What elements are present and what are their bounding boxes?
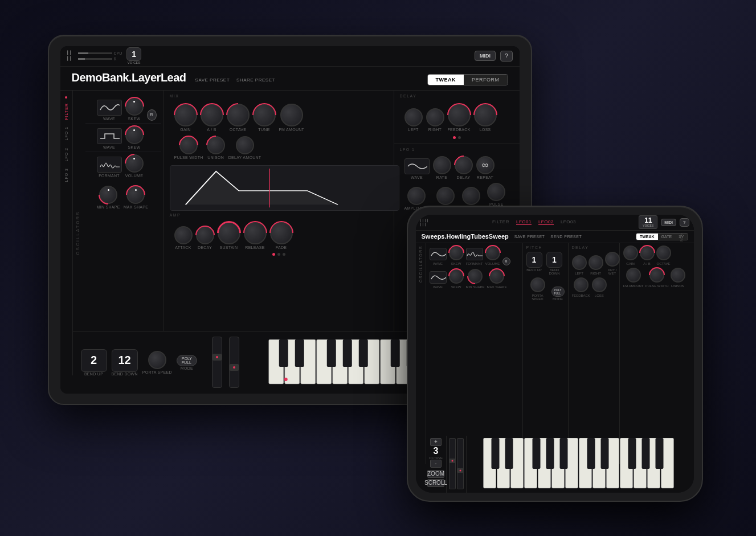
lfo1-delay-knob[interactable] xyxy=(455,156,473,174)
delay-left-ring xyxy=(399,103,427,130)
poly-full-btn[interactable]: POLYFULL xyxy=(177,355,197,366)
phone-mix-ab-knob[interactable] xyxy=(640,246,655,260)
release-knob[interactable] xyxy=(244,222,267,244)
phone-skew-knob-1[interactable] xyxy=(449,246,464,260)
phone-filter-tab[interactable]: FILTER xyxy=(492,219,509,225)
phone-skew-knob-2[interactable] xyxy=(449,269,464,284)
ab-knob[interactable] xyxy=(201,104,223,126)
delay-feedback-knob[interactable] xyxy=(448,104,471,126)
phone-max-shape-knob[interactable] xyxy=(489,269,504,284)
phone-mix-gain-knob[interactable] xyxy=(623,246,638,260)
phone-mix-unison-knob[interactable] xyxy=(671,268,685,283)
voices-btn[interactable]: 1 xyxy=(126,47,141,61)
sidebar-lfo3[interactable]: LFO 3 xyxy=(63,165,70,185)
sidebar-lfo1[interactable]: LFO 1 xyxy=(63,123,70,144)
phone-wave-display-1[interactable] xyxy=(430,248,447,260)
phone-mix-pw-knob[interactable] xyxy=(649,268,664,283)
skew-knob-1[interactable] xyxy=(125,97,144,116)
phone-delay-left-knob[interactable] xyxy=(572,255,587,270)
skew-label-2: SKEW xyxy=(128,145,141,149)
phone-mix-octave-knob[interactable] xyxy=(656,246,671,260)
phone-gate-btn[interactable]: GATE xyxy=(658,234,676,240)
midi-button[interactable]: MIDI xyxy=(475,51,496,61)
fade-knob[interactable] xyxy=(270,222,293,244)
delay-amount-knob[interactable] xyxy=(236,136,254,154)
wave-display-2[interactable] xyxy=(97,128,122,144)
phone-fader-1[interactable] xyxy=(449,438,456,489)
ab-label: A / B xyxy=(207,128,216,132)
phone-loss-knob[interactable] xyxy=(592,277,607,292)
sidebar-filter[interactable]: FILTER xyxy=(63,100,70,124)
phone-dry-wet-knob[interactable] xyxy=(605,252,620,267)
delay-feedback-group: FEEDBACK xyxy=(448,104,471,132)
r-button-1[interactable]: R xyxy=(147,109,157,121)
help-button[interactable]: ? xyxy=(500,51,513,62)
phone-wave-display-2[interactable] xyxy=(430,271,447,284)
phone-delay-left-ring xyxy=(568,251,591,274)
phone-bend-up[interactable]: 1 xyxy=(526,252,542,268)
lfo1-rate-knob[interactable] xyxy=(433,156,451,174)
phone-delay-right-knob[interactable] xyxy=(589,255,603,270)
phone-fader-2[interactable] xyxy=(457,438,464,489)
lfo1-shaper-knob[interactable] xyxy=(462,187,480,205)
delay-right-knob[interactable] xyxy=(426,108,444,126)
formant-display[interactable] xyxy=(97,157,122,173)
lfo1-amplitude-knob[interactable] xyxy=(407,187,426,205)
bend-up-value[interactable]: 2 xyxy=(81,349,107,372)
delay-left-knob[interactable] xyxy=(404,108,423,126)
phone-tweak-btn[interactable]: TWEAK xyxy=(636,234,658,240)
zoom-btn[interactable]: ZOOM xyxy=(427,470,444,478)
share-preset-button[interactable]: SHARE PRESET xyxy=(236,77,275,83)
wave-display-1[interactable] xyxy=(97,100,122,116)
save-preset-button[interactable]: SAVE PRESET xyxy=(195,77,230,83)
gain-knob[interactable] xyxy=(174,104,197,126)
phone-delay-right-label: RIGHT xyxy=(590,272,601,275)
phone-lfo01-tab[interactable]: LFO01 xyxy=(516,219,532,225)
lfo1-pulse-width-knob[interactable] xyxy=(487,183,505,201)
lfo1-frequency-knob[interactable] xyxy=(436,187,455,205)
phone-save-preset[interactable]: SAVE PRESET xyxy=(514,235,545,239)
pitch-fader-1[interactable] xyxy=(212,337,222,388)
perform-button[interactable]: PERFORM xyxy=(464,75,508,85)
phone-lfo02-tab[interactable]: LFO02 xyxy=(538,219,554,225)
pitch-fader-2[interactable] xyxy=(229,337,239,388)
lfo1-repeat-knob[interactable]: ∞ xyxy=(476,156,495,174)
skew-knob-2[interactable] xyxy=(125,126,144,144)
phone-delay-left-label: LEFT xyxy=(575,272,583,275)
lfo1-delay-ring xyxy=(449,151,477,178)
scroll-btn[interactable]: SCROLL xyxy=(427,479,444,487)
sidebar-lfo2[interactable]: LFO 2 xyxy=(63,144,70,165)
sustain-knob[interactable] xyxy=(218,222,240,244)
delay-loss-knob[interactable] xyxy=(474,104,497,126)
phone-porta-knob[interactable] xyxy=(530,277,545,292)
max-shape-knob[interactable] xyxy=(126,186,145,204)
volume-knob[interactable] xyxy=(125,154,144,173)
octave-minus-btn[interactable]: - xyxy=(430,460,442,468)
porta-speed-knob[interactable] xyxy=(148,351,166,369)
phone-min-shape-knob[interactable] xyxy=(468,269,483,284)
phone-poly-full-btn[interactable]: POLYFULL xyxy=(551,287,565,297)
phone-help-button[interactable]: ? xyxy=(680,218,689,227)
phone-feedback-knob[interactable] xyxy=(574,277,589,292)
tweak-button[interactable]: TWEAK xyxy=(428,75,464,85)
unison-knob[interactable] xyxy=(207,136,225,154)
fm-amount-knob[interactable] xyxy=(280,104,303,126)
phone-mix-octave-group: OCTAVE xyxy=(656,246,671,265)
phone-mix-fm-knob[interactable] xyxy=(626,268,641,283)
min-shape-knob[interactable] xyxy=(99,186,117,204)
lfo1-wave-display[interactable] xyxy=(404,158,430,174)
octave-knob[interactable] xyxy=(227,104,250,126)
phone-send-preset[interactable]: SEND PRESET xyxy=(550,235,582,239)
phone-volume-knob[interactable] xyxy=(485,246,500,260)
decay-knob[interactable] xyxy=(196,226,214,244)
phone-bend-down[interactable]: 1 xyxy=(546,252,562,268)
phone-midi-button[interactable]: MIDI xyxy=(661,219,676,226)
phone-r-btn[interactable]: R xyxy=(502,257,510,265)
attack-knob[interactable] xyxy=(174,226,193,244)
octave-plus-btn[interactable]: + xyxy=(430,438,442,446)
phone-formant-display[interactable] xyxy=(466,248,483,260)
pulse-width-knob[interactable] xyxy=(179,136,198,154)
tune-knob[interactable] xyxy=(253,104,276,126)
bend-down-value[interactable]: 12 xyxy=(112,349,138,372)
phone-lfo03-tab[interactable]: LFO03 xyxy=(561,219,576,225)
